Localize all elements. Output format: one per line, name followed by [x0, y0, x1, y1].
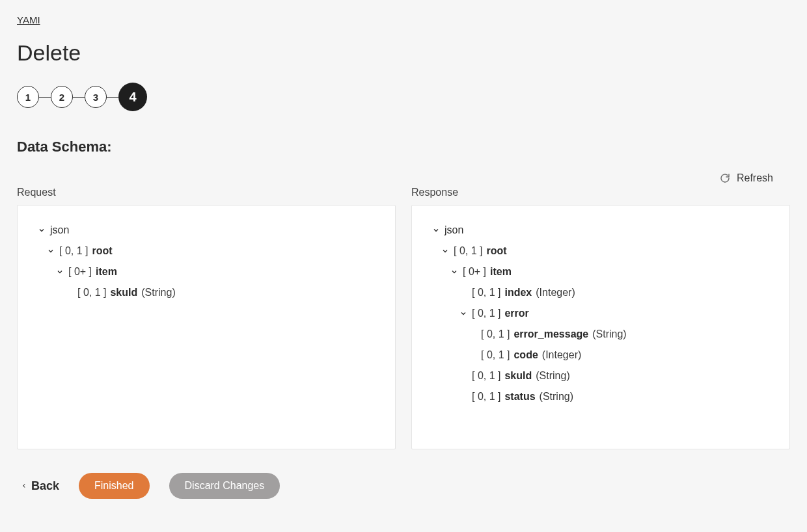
request-column: Request json [ 0, 1 ] root [ 0+ ]: [17, 187, 396, 449]
step-1[interactable]: 1: [17, 86, 39, 108]
tree-node-cardinality: [ 0, 1 ]: [472, 366, 500, 386]
breadcrumb-root-link[interactable]: YAMI: [17, 14, 40, 25]
tree-row: [ 0+ ] item: [37, 261, 376, 282]
chevron-down-icon[interactable]: [459, 310, 468, 317]
tree-node-cardinality: [ 0, 1 ]: [472, 303, 500, 324]
tree-row: [ 0, 1 ] root: [431, 241, 770, 261]
finished-button[interactable]: Finished: [79, 473, 149, 499]
tree-node-name: index: [504, 282, 532, 303]
request-panel: json [ 0, 1 ] root [ 0+ ] item [ 0, 1 ]: [17, 205, 396, 449]
tree-node-cardinality: [ 0+ ]: [68, 261, 92, 282]
response-label: Response: [411, 187, 790, 198]
back-label: Back: [31, 479, 59, 493]
tree-node-cardinality: [ 0, 1 ]: [472, 282, 500, 303]
chevron-down-icon[interactable]: [441, 247, 450, 255]
tree-row: [ 0, 1 ] skuId (String): [37, 282, 376, 303]
tree-row: [ 0, 1 ] code (Integer): [431, 345, 770, 366]
tree-row: [ 0, 1 ] root: [37, 241, 376, 261]
tree-node-cardinality: [ 0, 1 ]: [472, 386, 500, 407]
tree-node-label: json: [50, 220, 69, 241]
tree-node-type: (String): [536, 366, 569, 386]
tree-node-name: root: [486, 241, 506, 261]
refresh-icon: [720, 173, 730, 183]
step-connector: [107, 97, 118, 98]
chevron-down-icon[interactable]: [46, 247, 55, 255]
tree-node-type: (String): [540, 386, 573, 407]
tree-node-name: error: [504, 303, 528, 324]
tree-row: [ 0, 1 ] status (String): [431, 386, 770, 407]
response-panel: json [ 0, 1 ] root [ 0+ ] item [ 0, 1 ]: [411, 205, 790, 449]
tree-row: [ 0, 1 ] error: [431, 303, 770, 324]
data-schema-heading: Data Schema:: [17, 139, 790, 155]
tree-node-cardinality: [ 0, 1 ]: [481, 324, 510, 345]
request-label: Request: [17, 187, 396, 198]
tree-node-type: (Integer): [542, 345, 581, 366]
tree-row: [ 0, 1 ] skuId (String): [431, 366, 770, 386]
discard-changes-button[interactable]: Discard Changes: [169, 473, 280, 499]
tree-node-name: item: [490, 261, 512, 282]
tree-node-name: root: [92, 241, 112, 261]
tree-node-name: skuId: [110, 282, 137, 303]
tree-row: json: [37, 220, 376, 241]
page-title: Delete: [17, 40, 790, 66]
tree-node-label: json: [445, 220, 463, 241]
tree-node-name: status: [504, 386, 535, 407]
tree-node-cardinality: [ 0, 1 ]: [481, 345, 510, 366]
tree-node-cardinality: [ 0, 1 ]: [77, 282, 106, 303]
chevron-down-icon[interactable]: [450, 268, 459, 276]
tree-row: [ 0+ ] item: [431, 261, 770, 282]
response-column: Response json [ 0, 1 ] root [ 0+ ]: [411, 187, 790, 449]
tree-node-name: item: [96, 261, 117, 282]
tree-node-cardinality: [ 0, 1 ]: [454, 241, 482, 261]
step-2[interactable]: 2: [51, 86, 73, 108]
tree-row: [ 0, 1 ] index (Integer): [431, 282, 770, 303]
step-connector: [73, 97, 85, 98]
tree-node-name: error_message: [513, 324, 588, 345]
tree-node-name: code: [513, 345, 538, 366]
refresh-label: Refresh: [737, 172, 773, 184]
tree-node-type: (String): [141, 282, 175, 303]
tree-node-type: (Integer): [536, 282, 575, 303]
step-4[interactable]: 4: [118, 83, 147, 111]
back-button[interactable]: Back: [21, 479, 59, 493]
chevron-left-icon: [21, 481, 27, 490]
chevron-down-icon[interactable]: [431, 226, 441, 234]
step-3[interactable]: 3: [85, 86, 107, 108]
tree-row: [ 0, 1 ] error_message (String): [431, 324, 770, 345]
tree-node-cardinality: [ 0+ ]: [463, 261, 486, 282]
tree-row: json: [431, 220, 770, 241]
chevron-down-icon[interactable]: [55, 268, 64, 276]
step-connector: [39, 97, 51, 98]
tree-node-type: (String): [592, 324, 626, 345]
tree-node-name: skuId: [504, 366, 532, 386]
chevron-down-icon[interactable]: [37, 226, 46, 234]
refresh-button[interactable]: Refresh: [720, 172, 773, 184]
stepper: 1 2 3 4: [17, 83, 790, 111]
tree-node-cardinality: [ 0, 1 ]: [59, 241, 88, 261]
footer-actions: Back Finished Discard Changes: [17, 473, 790, 499]
